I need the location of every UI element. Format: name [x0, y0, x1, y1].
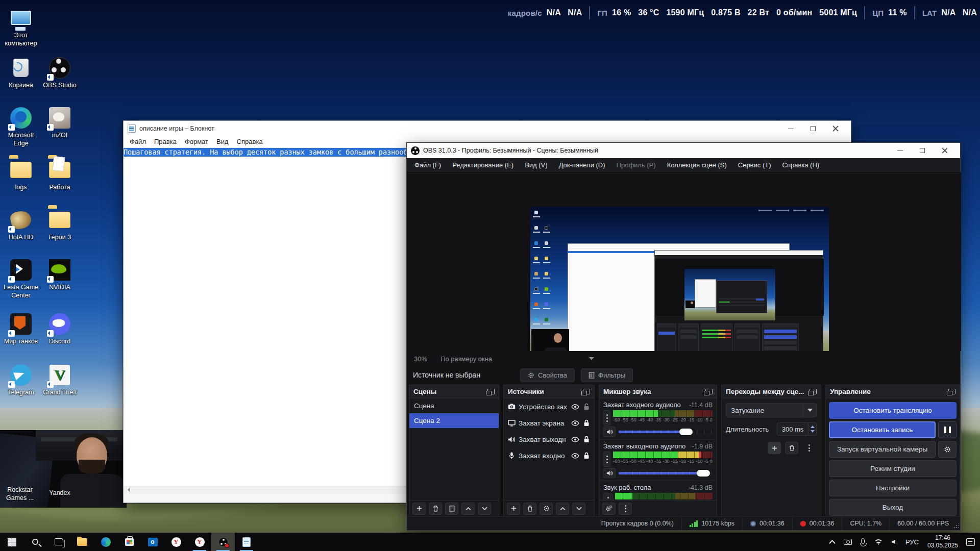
maximize-button[interactable]	[802, 121, 824, 136]
menu-file[interactable]: Файл	[126, 138, 150, 145]
transition-select[interactable]: Затухание	[726, 403, 817, 417]
chevron-down-icon[interactable]	[589, 357, 594, 363]
exit-button[interactable]: Выход	[829, 499, 957, 516]
source-properties-button[interactable]	[540, 503, 553, 515]
popout-icon[interactable]	[583, 389, 590, 394]
add-source-button[interactable]	[507, 503, 520, 515]
source-item[interactable]: Захват выходн	[504, 431, 594, 447]
task-view-button[interactable]	[47, 533, 70, 551]
scene-item-selected[interactable]: Сцена 2	[409, 413, 499, 428]
desktop-icon-nvidia[interactable]: NVIDIA	[40, 258, 80, 292]
transition-menu-button[interactable]	[802, 442, 816, 454]
settings-button[interactable]: Настройки	[829, 480, 957, 496]
obs-preview-canvas[interactable]	[407, 172, 961, 351]
popout-icon[interactable]	[948, 389, 955, 394]
scene-filters-button[interactable]	[445, 503, 458, 515]
menu-scene-collection[interactable]: Коллекция сцен (S)	[662, 161, 732, 169]
desktop-icon-geroi3[interactable]: Герои 3	[40, 208, 80, 242]
menu-view[interactable]: Вид	[212, 138, 233, 145]
close-button[interactable]	[934, 143, 956, 158]
desktop-icon-inzoi[interactable]: inZOI	[40, 106, 80, 140]
taskbar-yandex-2[interactable]: Y	[188, 533, 211, 551]
spin-down-icon[interactable]	[811, 430, 815, 435]
menu-help[interactable]: Справка (H)	[777, 161, 825, 169]
desktop-icon-telegram[interactable]: Telegram	[1, 363, 41, 397]
popout-icon[interactable]	[705, 389, 713, 394]
source-item[interactable]: Захват входно	[504, 447, 594, 464]
source-item[interactable]: Захват экрана	[504, 415, 594, 431]
language-indicator[interactable]: РУС	[902, 538, 922, 546]
source-item[interactable]: Устройство зах	[504, 398, 594, 415]
tray-hidden-icons-button[interactable]	[826, 533, 839, 551]
taskbar-notepad[interactable]	[235, 533, 258, 551]
scene-item[interactable]: Сцена	[409, 398, 499, 413]
stop-streaming-button[interactable]: Остановить трансляцию	[829, 402, 957, 419]
menu-view[interactable]: Вид (V)	[519, 161, 553, 169]
desktop-icon-this-pc[interactable]: Этот компьютер	[1, 6, 41, 47]
tray-virtual-camera[interactable]	[841, 533, 854, 551]
lock-closed-icon[interactable]	[582, 452, 591, 460]
mixer-menu-button[interactable]	[619, 503, 632, 515]
zoom-mode[interactable]: По размеру окна	[440, 355, 492, 363]
pause-recording-button[interactable]	[938, 421, 957, 438]
desktop-icon-rockstar-label[interactable]: Rockstar Games ...	[4, 486, 36, 503]
eye-visible-icon[interactable]	[571, 403, 579, 411]
selected-text[interactable]: Пошаговая стратегия. На выбор десяток ра…	[124, 148, 407, 157]
desktop-icon-rabota[interactable]: Работа	[40, 158, 80, 192]
start-virtual-camera-button[interactable]: Запуск виртуальной камеры	[829, 441, 936, 458]
search-button[interactable]	[23, 533, 47, 551]
taskbar-edge[interactable]	[94, 533, 117, 551]
minimize-button[interactable]	[779, 121, 802, 136]
obs-titlebar[interactable]: OBS 31.0.3 - Профиль: Безымянный - Сцены…	[407, 143, 960, 158]
popout-icon[interactable]	[487, 389, 495, 394]
channel-menu-button[interactable]	[603, 410, 610, 425]
menu-profile[interactable]: Профиль (P)	[611, 161, 662, 169]
menu-docks[interactable]: Док-панели (D)	[553, 161, 611, 169]
filters-button[interactable]: Фильтры	[581, 368, 633, 382]
menu-edit[interactable]: Правка	[150, 138, 181, 145]
stop-recording-button[interactable]: Остановить запись	[829, 421, 936, 438]
desktop-icon-recycle-bin[interactable]: Корзина	[1, 56, 41, 90]
virtual-camera-settings-button[interactable]	[938, 441, 957, 458]
popout-icon[interactable]	[810, 389, 817, 394]
desktop-icon-lesta[interactable]: Lesta Game Center	[1, 258, 41, 299]
eye-visible-icon[interactable]	[571, 452, 579, 460]
studio-mode-button[interactable]: Режим студии	[829, 460, 957, 477]
lock-closed-icon[interactable]	[582, 419, 591, 427]
taskbar-store[interactable]	[117, 533, 141, 551]
notification-center-button[interactable]	[964, 533, 977, 551]
maximize-button[interactable]	[911, 143, 934, 158]
move-scene-down-button[interactable]	[478, 503, 491, 515]
menu-file[interactable]: Файл (F)	[409, 161, 447, 169]
lock-open-icon[interactable]	[582, 403, 591, 411]
tray-network[interactable]	[872, 533, 885, 551]
move-source-up-button[interactable]	[556, 503, 569, 515]
notepad-titlebar[interactable]: описание игры – Блокнот	[124, 121, 851, 136]
zoom-level[interactable]: 30%	[414, 355, 427, 363]
menu-tools[interactable]: Сервис (T)	[732, 161, 777, 169]
desktop-icon-edge[interactable]: Microsoft Edge	[1, 106, 41, 147]
desktop-icon-yandex-label[interactable]: Yandex	[42, 489, 78, 497]
menu-edit[interactable]: Редактирование (E)	[447, 161, 519, 169]
desktop-icon-hota[interactable]: HotA HD	[1, 208, 41, 242]
properties-button[interactable]: Свойства	[520, 368, 575, 382]
desktop-icon-gta[interactable]: V Grand Theft	[40, 363, 80, 397]
desktop-icon-mir-tankov[interactable]: Мир танков	[1, 312, 41, 346]
mute-button[interactable]	[603, 468, 616, 478]
taskbar-file-explorer[interactable]	[70, 533, 94, 551]
advanced-audio-button[interactable]	[602, 503, 616, 515]
remove-scene-button[interactable]	[429, 503, 442, 515]
taskbar-outlook[interactable]: o	[141, 533, 164, 551]
mute-button[interactable]	[603, 427, 616, 437]
desktop-icon-obs-studio[interactable]: OBS Studio	[40, 56, 80, 90]
desktop-icon-logs[interactable]: logs	[1, 158, 41, 192]
volume-slider[interactable]	[619, 469, 713, 477]
spin-up-icon[interactable]	[811, 423, 815, 428]
remove-source-button[interactable]	[523, 503, 536, 515]
close-button[interactable]	[824, 121, 847, 136]
duration-spinbox[interactable]: 300 ms	[777, 422, 817, 436]
move-source-down-button[interactable]	[572, 503, 585, 515]
lock-closed-icon[interactable]	[582, 435, 591, 443]
menu-help[interactable]: Справка	[233, 138, 267, 145]
tray-volume[interactable]	[887, 533, 900, 551]
